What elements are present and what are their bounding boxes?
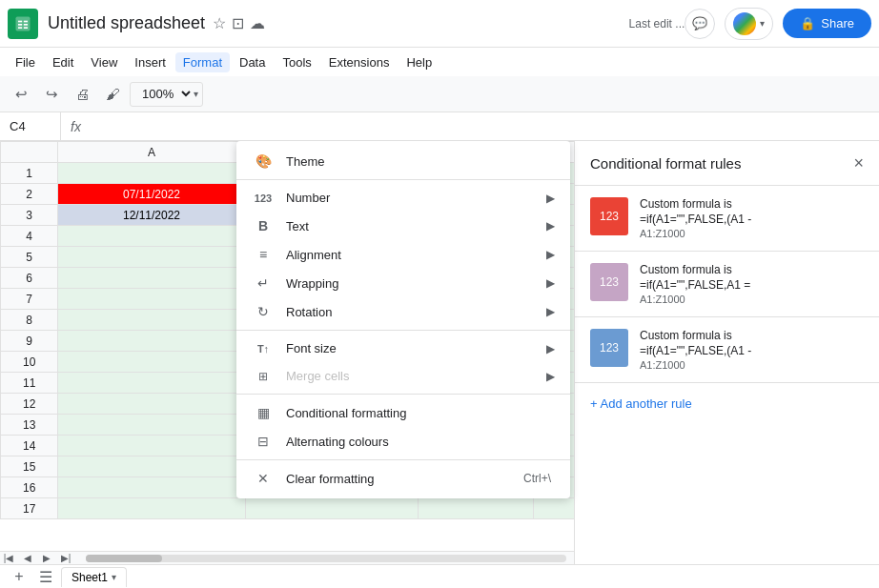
cf-rule-2[interactable]: 123 Custom formula is =if(A1="",FALSE,A1…	[575, 252, 879, 317]
sheet-tab-1[interactable]: Sheet1 ▾	[61, 567, 127, 587]
format-menu-theme[interactable]: 🎨 Theme	[236, 147, 570, 175]
format-menu-conditional[interactable]: ▦ Conditional formatting	[236, 398, 570, 427]
redo-button[interactable]: ↪	[38, 81, 65, 108]
row-header-2: 2	[1, 184, 58, 205]
undo-button[interactable]: ↩	[8, 81, 34, 108]
comments-button[interactable]: 💬	[685, 9, 715, 39]
title-icons: ☆ ⊡ ☁	[213, 14, 265, 32]
share-button[interactable]: 🔒 Share	[783, 9, 871, 38]
cell-a4[interactable]	[58, 226, 245, 247]
scroll-thumb[interactable]	[86, 555, 162, 562]
spreadsheet-title: Untitled spreadsheet	[48, 13, 205, 33]
cf-rule-3-formula: =if(A1="",FALSE,(A1 -	[640, 344, 864, 357]
cf-panel-title: Conditional format rules	[590, 155, 741, 172]
format-menu-rotation[interactable]: ↻ Rotation ▶	[236, 297, 570, 326]
submenu-arrow-icon: ▶	[546, 370, 555, 383]
menu-tools[interactable]: Tools	[275, 52, 318, 72]
cell-a3[interactable]: 12/11/2022	[58, 205, 245, 226]
cf-close-button[interactable]: ×	[853, 154, 864, 172]
svg-rect-0	[16, 16, 31, 30]
format-menu-alternating[interactable]: ⊟ Alternating colours	[236, 427, 570, 456]
share-label: Share	[821, 16, 854, 30]
cf-rule-2-color-preview: 123	[590, 263, 628, 301]
menu-insert[interactable]: Insert	[127, 52, 174, 72]
format-number-label: Number	[286, 191, 546, 205]
meet-icon	[733, 12, 756, 35]
sheets-list-button[interactable]: ☰	[34, 565, 57, 588]
cf-rule-1-color-preview: 123	[590, 197, 628, 235]
horizontal-scrollbar[interactable]: |◀ ◀ ▶ ▶|	[0, 551, 574, 564]
clear-shortcut: Ctrl+\	[523, 472, 551, 485]
format-dropdown-menu: 🎨 Theme 123 Number ▶ B Text ▶ ≡ Alignmen…	[236, 141, 570, 498]
paint-format-button[interactable]: 🖌	[99, 81, 126, 108]
menu-file[interactable]: File	[8, 52, 43, 72]
top-right: 💬 ▾ 🔒 Share	[685, 8, 871, 40]
cf-rule-2-text: Custom formula is =if(A1="",FALSE,A1 = A…	[640, 263, 864, 305]
format-alignment-label: Alignment	[286, 248, 546, 262]
rotation-icon: ↻	[252, 304, 275, 319]
alignment-icon: ≡	[252, 247, 275, 262]
add-sheet-button[interactable]: +	[8, 565, 31, 588]
format-menu-clear[interactable]: ✕ Clear formatting Ctrl+\	[236, 464, 570, 493]
toolbar: ↩ ↪ 🖨 🖌 100% 75% 125% ▾	[0, 76, 879, 112]
cf-rule-1-text: Custom formula is =if(A1="",FALSE,(A1 - …	[640, 197, 864, 239]
svg-rect-1	[18, 20, 22, 22]
svg-rect-5	[18, 27, 22, 29]
cf-add-rule-button[interactable]: + Add another rule	[575, 383, 879, 424]
menu-edit[interactable]: Edit	[45, 52, 81, 72]
clear-format-icon: ✕	[252, 471, 275, 486]
divider	[236, 179, 570, 180]
cf-rule-2-preview-text: 123	[600, 275, 619, 289]
format-menu-wrapping[interactable]: ↵ Wrapping ▶	[236, 269, 570, 297]
formula-icon: fx	[65, 119, 87, 134]
star-icon[interactable]: ☆	[213, 14, 226, 32]
col-header-a[interactable]: A	[58, 142, 245, 163]
format-text-label: Text	[286, 219, 546, 233]
cell-a1[interactable]	[58, 163, 245, 184]
format-clear-label: Clear formatting	[286, 472, 523, 486]
cell-reference-input[interactable]	[4, 112, 61, 140]
zoom-select[interactable]: 100% 75% 125%	[134, 84, 194, 104]
format-menu-alignment[interactable]: ≡ Alignment ▶	[236, 240, 570, 269]
format-rotation-label: Rotation	[286, 305, 546, 319]
menu-data[interactable]: Data	[232, 52, 273, 72]
meet-button[interactable]: ▾	[725, 8, 773, 40]
cell-a2[interactable]: 07/11/2022	[58, 184, 245, 205]
move-icon[interactable]: ⊡	[232, 14, 244, 32]
cf-rule-3-text: Custom formula is =if(A1="",FALSE,(A1 - …	[640, 329, 864, 371]
bottom-bar: + ☰ Sheet1 ▾	[0, 564, 879, 588]
cloud-icon[interactable]: ☁	[250, 14, 265, 32]
sheet-tab-chevron-icon: ▾	[112, 572, 116, 582]
formula-bar: fx	[0, 112, 879, 141]
format-menu-number[interactable]: 123 Number ▶	[236, 184, 570, 212]
format-menu-fontsize[interactable]: T↑ Font size ▶	[236, 335, 570, 362]
submenu-arrow-icon: ▶	[546, 342, 555, 355]
menu-extensions[interactable]: Extensions	[321, 52, 398, 72]
wrapping-icon: ↵	[252, 275, 275, 291]
menu-help[interactable]: Help	[399, 52, 440, 72]
submenu-arrow-icon: ▶	[546, 219, 555, 233]
cf-rule-1[interactable]: 123 Custom formula is =if(A1="",FALSE,(A…	[575, 186, 879, 252]
menu-bar: File Edit View Insert Format Data Tools …	[0, 48, 879, 76]
conditional-format-icon: ▦	[252, 405, 275, 420]
print-button[interactable]: 🖨	[69, 81, 95, 108]
svg-rect-6	[24, 27, 28, 29]
format-menu-text[interactable]: B Text ▶	[236, 212, 570, 240]
alternating-icon: ⊟	[252, 434, 275, 449]
format-alternating-label: Alternating colours	[286, 435, 555, 449]
menu-format[interactable]: Format	[175, 52, 230, 72]
cf-rule-1-formula: =if(A1="",FALSE,(A1 -	[640, 213, 864, 226]
conditional-format-panel: Conditional format rules × 123 Custom fo…	[574, 141, 879, 564]
row-header-4: 4	[1, 226, 58, 247]
format-merge-label: Merge cells	[286, 369, 546, 383]
scroll-track[interactable]	[86, 555, 566, 562]
menu-view[interactable]: View	[83, 52, 125, 72]
number-icon: 123	[252, 193, 275, 204]
cf-rule-3-range: A1:Z1000	[640, 359, 864, 371]
cf-rule-3[interactable]: 123 Custom formula is =if(A1="",FALSE,(A…	[575, 317, 879, 383]
cf-rule-3-preview-text: 123	[600, 341, 619, 355]
cf-rule-1-range: A1:Z1000	[640, 228, 864, 239]
divider	[236, 330, 570, 331]
cf-panel-header: Conditional format rules ×	[575, 141, 879, 186]
lock-icon: 🔒	[800, 16, 815, 30]
